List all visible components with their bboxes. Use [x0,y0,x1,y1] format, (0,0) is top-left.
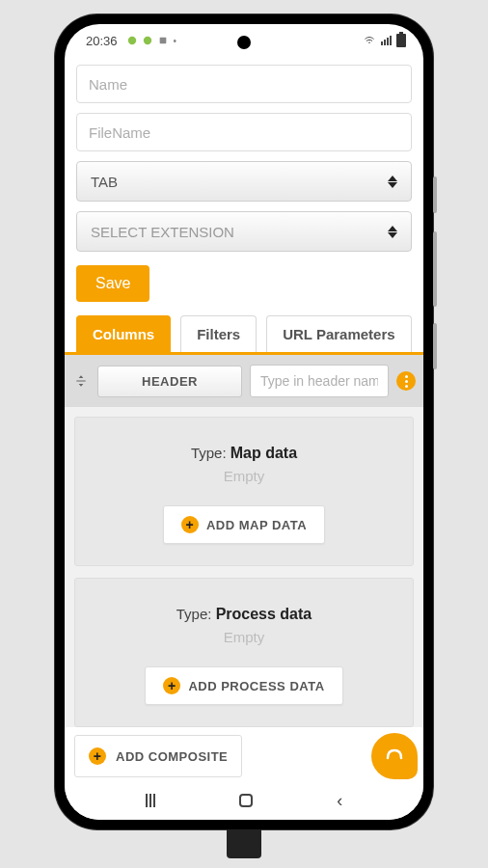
empty-label: Empty [87,629,401,645]
android-nav-bar: ‹ [65,781,423,820]
status-right [363,34,406,47]
map-data-card: Type: Map data Empty + ADD MAP DATA [74,417,414,566]
camera-hole [237,36,251,49]
add-map-data-label: ADD MAP DATA [206,518,307,532]
status-dot: • [174,36,177,46]
extension-select[interactable]: SELECT EXTENSION [76,211,412,252]
back-icon: ‹ [337,791,342,811]
name-input[interactable] [76,65,412,103]
filename-input[interactable] [76,113,412,151]
add-process-data-label: ADD PROCESS DATA [188,679,324,693]
type-name: Map data [230,445,297,461]
phone-screen: 20:36 • TAB [65,24,423,820]
recents-icon [146,794,155,807]
type-prefix: Type: [191,445,230,461]
card-type-line: Type: Process data [87,606,401,623]
svg-rect-2 [159,38,166,44]
header-name-input[interactable] [250,365,389,397]
add-process-data-button[interactable]: + ADD PROCESS DATA [145,666,342,705]
drag-vertical-icon[interactable] [72,374,90,388]
battery-icon [396,34,406,47]
plus-circle-icon: + [89,747,106,765]
chat-bubble-icon [383,745,406,768]
phone-charge-stub [227,829,261,858]
phone-frame: 20:36 • TAB [55,14,433,829]
status-time: 20:36 [86,34,118,48]
tab-columns[interactable]: Columns [76,315,171,352]
tab-select[interactable]: TAB [76,161,412,202]
nav-home-button[interactable] [239,794,253,807]
plus-circle-icon: + [181,516,199,533]
nav-back-button[interactable]: ‹ [337,791,342,811]
signal-icon [381,36,392,45]
plus-circle-icon: + [163,677,180,694]
chat-fab-button[interactable] [371,733,418,779]
tab-url-parameters[interactable]: URL Parameters [266,315,411,352]
phone-volume-button [433,231,437,307]
app-status-icon [158,36,168,45]
type-name: Process data [216,606,312,622]
header-type-button[interactable]: HEADER [97,366,242,397]
tabs-bar: Columns Filters URL Parameters [65,302,423,355]
tab-select-label: TAB [91,174,118,190]
spinner-arrows-icon [388,226,397,238]
tab-filters[interactable]: Filters [180,315,257,352]
more-vertical-icon[interactable] [396,371,416,391]
card-type-line: Type: Map data [87,445,401,462]
add-map-data-button[interactable]: + ADD MAP DATA [163,505,325,544]
wifi-icon [363,35,376,46]
form-section: TAB SELECT EXTENSION Save [65,57,423,302]
android-icon [143,36,152,45]
config-area[interactable]: Type: Map data Empty + ADD MAP DATA Type… [65,407,423,727]
column-header-row: HEADER [65,355,423,407]
phone-side-button [433,176,437,213]
home-icon [239,794,253,807]
status-left: 20:36 • [86,34,176,48]
type-prefix: Type: [176,606,216,622]
empty-label: Empty [87,468,401,484]
android-icon [127,36,137,45]
svg-point-0 [127,37,135,44]
add-composite-button[interactable]: + ADD COMPOSITE [74,735,242,777]
spinner-arrows-icon [388,176,397,188]
extension-select-label: SELECT EXTENSION [91,224,234,240]
phone-power-button [433,323,437,369]
save-button[interactable]: Save [76,265,149,302]
nav-recents-button[interactable] [146,794,155,807]
bottom-area: + ADD COMPOSITE [65,727,423,781]
add-composite-label: ADD COMPOSITE [116,749,228,764]
app-content: TAB SELECT EXTENSION Save Columns Filter… [65,57,423,820]
svg-point-1 [143,37,150,44]
process-data-card: Type: Process data Empty + ADD PROCESS D… [74,578,414,727]
